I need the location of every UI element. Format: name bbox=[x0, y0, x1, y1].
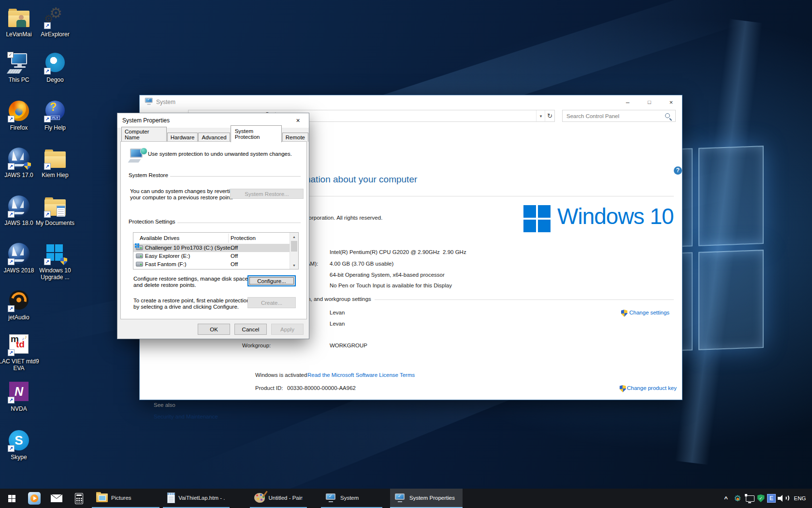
system-properties-dialog: System Properties × Computer Name Hardwa… bbox=[117, 113, 309, 339]
desktop-icon-lacviet-mtd[interactable]: m td ♪ ♪ ↗ LAC VIET mtd9 EVA bbox=[0, 333, 39, 372]
skype-letter: S bbox=[14, 433, 23, 448]
desktop-icon-label: JAWS 18.0 bbox=[0, 220, 39, 226]
task-label: VaiThietLap.htm - ... bbox=[178, 495, 225, 501]
desktop-icon-label: Skype bbox=[0, 454, 39, 461]
desktop-icon-firefox[interactable]: ↗ Firefox bbox=[0, 100, 39, 131]
taskbar-task-pictures[interactable]: Pictures bbox=[92, 489, 160, 508]
taskbar-mail-button[interactable] bbox=[45, 489, 68, 508]
group-label: System Restore bbox=[129, 172, 170, 178]
network-display-icon bbox=[746, 495, 754, 502]
taskbar-media-player-button[interactable] bbox=[23, 489, 45, 508]
security-maintenance-link[interactable]: Security and Maintenance bbox=[154, 414, 218, 419]
taskbar-task-paint[interactable]: Untitled - Paint bbox=[250, 489, 307, 508]
activation-status: Windows is activated bbox=[255, 372, 307, 378]
selection-checkbox[interactable]: ✓ bbox=[7, 52, 14, 58]
product-id-label: Product ID: bbox=[255, 385, 283, 391]
nvda-icon: N ↗ bbox=[7, 381, 30, 404]
gears-icon: ⚙ ⚙ ↗ bbox=[44, 6, 67, 30]
help-icon: ? bbox=[676, 167, 680, 174]
apply-button[interactable]: Apply bbox=[271, 324, 304, 335]
address-dropdown-button[interactable]: ▾ bbox=[536, 110, 545, 121]
tab-advanced[interactable]: Advanced bbox=[198, 133, 230, 142]
search-input[interactable] bbox=[563, 110, 666, 121]
close-button[interactable]: × bbox=[660, 95, 682, 109]
desktop-icon-jaws-2018[interactable]: ↗ JAWS 2018 bbox=[0, 242, 39, 274]
desktop-icon-jaws-17[interactable]: ↗ JAWS 17.0 bbox=[0, 147, 39, 179]
desktop-icon-jaws-18[interactable]: ↗ JAWS 18.0 bbox=[0, 195, 39, 226]
taskbar-task-system-properties[interactable]: ✓ System Properties bbox=[390, 489, 463, 508]
taskbar-task-system[interactable]: ✓ System bbox=[321, 489, 382, 508]
system-restore-button[interactable]: System Restore... bbox=[230, 189, 304, 199]
cancel-button[interactable]: Cancel bbox=[234, 324, 267, 335]
tray-volume-button[interactable] bbox=[777, 489, 790, 508]
tab-system-protection[interactable]: System Protection bbox=[231, 125, 282, 142]
taskbar-calculator-button[interactable] bbox=[68, 489, 90, 508]
taskbar: Pictures VaiThietLap.htm - ... Untitled … bbox=[0, 489, 812, 508]
license-terms-link[interactable]: Read the Microsoft Software License Term… bbox=[307, 372, 415, 378]
desktop-icon-levanmai[interactable]: LeVanMai bbox=[0, 6, 39, 38]
scroll-up-button[interactable]: ▲ bbox=[290, 233, 298, 240]
shortcut-arrow-icon: ↗ bbox=[44, 116, 51, 122]
tab-page: Use system protection to undo unwanted s… bbox=[120, 141, 307, 319]
desktop-icon-my-documents[interactable]: ↗ My Documents bbox=[35, 195, 75, 226]
scroll-down-button[interactable]: ▼ bbox=[290, 261, 298, 269]
evkey-icon: E bbox=[767, 494, 776, 503]
desktop-icon-degoo[interactable]: ↗ Degoo bbox=[35, 52, 75, 83]
desktop-icon-fly-help[interactable]: ? FLY ↗ Fly Help bbox=[35, 100, 75, 131]
ok-button[interactable]: OK bbox=[198, 324, 230, 335]
drive-row[interactable]: Fast Fantom (F:) Off bbox=[133, 260, 290, 269]
search-icon[interactable] bbox=[665, 113, 671, 120]
fly-badge: FLY bbox=[51, 116, 60, 120]
help-button[interactable]: ? bbox=[674, 166, 682, 175]
system-window-icon: ✓ bbox=[145, 98, 154, 105]
column-available-drives[interactable]: Available Drives bbox=[140, 235, 179, 241]
system-drive-icon bbox=[136, 245, 143, 250]
search-box bbox=[562, 110, 676, 122]
tray-language-button[interactable]: ENG bbox=[791, 489, 809, 508]
minimize-button[interactable]: – bbox=[617, 95, 638, 109]
taskbar-task-notepad[interactable]: VaiThietLap.htm - ... bbox=[163, 489, 230, 508]
create-button[interactable]: Create... bbox=[247, 297, 296, 308]
tray-input-tool-button[interactable]: E bbox=[766, 489, 777, 508]
tab-hardware[interactable]: Hardware bbox=[167, 133, 198, 142]
drive-row[interactable]: Easy Explorer (E:) Off bbox=[133, 252, 290, 260]
desktop-icon-label: LeVanMai bbox=[0, 31, 39, 38]
scrollbar-thumb[interactable] bbox=[291, 241, 297, 252]
refresh-button[interactable]: ↻ bbox=[545, 110, 554, 121]
desktop-icon-airexplorer[interactable]: ⚙ ⚙ ↗ AirExplorer bbox=[35, 6, 75, 38]
column-protection[interactable]: Protection bbox=[231, 235, 256, 241]
desktop-icon-label: Kiem Hiep bbox=[35, 172, 75, 179]
tray-show-hidden-icons[interactable]: ^ bbox=[721, 489, 731, 508]
tray-update-icon-button[interactable]: ⚙ bbox=[732, 489, 743, 508]
change-settings-link[interactable]: Change settings bbox=[629, 310, 669, 315]
desktop-icon-kiem-hiep[interactable]: ↗ Kiem Hiep bbox=[35, 147, 75, 179]
drive-row[interactable]: Challenger 10 Pro1703 (C:) (Syste... Off bbox=[133, 244, 290, 252]
chevron-up-icon: ^ bbox=[724, 495, 728, 502]
windows-start-icon bbox=[8, 495, 15, 502]
tray-defender-button[interactable]: ✓ bbox=[755, 489, 766, 508]
shortcut-arrow-icon: ↗ bbox=[44, 22, 51, 29]
question-mark-icon: ? bbox=[44, 101, 63, 114]
shortcut-arrow-icon: ↗ bbox=[8, 211, 14, 218]
shortcut-arrow-icon: ↗ bbox=[44, 68, 51, 75]
tab-computer-name[interactable]: Computer Name bbox=[121, 127, 167, 142]
desktop-icon-label: NVDA bbox=[0, 405, 39, 412]
help-sphere-icon: ? FLY ↗ bbox=[44, 100, 67, 123]
change-product-key-link[interactable]: Change product key bbox=[627, 385, 677, 391]
jaws-sailboat-icon: ↗ bbox=[7, 242, 30, 266]
start-button[interactable] bbox=[0, 489, 23, 508]
desktop-icon-this-pc[interactable]: ✓ This PC bbox=[0, 52, 39, 83]
maximize-button[interactable]: □ bbox=[638, 95, 660, 109]
desktop-icon-nvda[interactable]: N ↗ NVDA bbox=[0, 381, 39, 412]
desktop-icon-windows10-upgrade[interactable]: ↗ Windows 10 Upgrade ... bbox=[35, 242, 75, 281]
tab-remote[interactable]: Remote bbox=[282, 133, 308, 142]
shortcut-arrow-icon: ↗ bbox=[8, 349, 14, 356]
dialog-close-button[interactable]: × bbox=[287, 113, 309, 127]
configure-button[interactable]: Configure... bbox=[247, 275, 296, 286]
list-scrollbar[interactable]: ▲ ▼ bbox=[290, 233, 298, 269]
desktop-icon-jetaudio[interactable]: ↗ jetAudio bbox=[0, 289, 39, 321]
skype-icon: S ↗ bbox=[7, 429, 30, 452]
tray-network-button[interactable] bbox=[744, 489, 756, 508]
speaker-icon bbox=[778, 494, 789, 502]
desktop-icon-skype[interactable]: S ↗ Skype bbox=[0, 429, 39, 461]
